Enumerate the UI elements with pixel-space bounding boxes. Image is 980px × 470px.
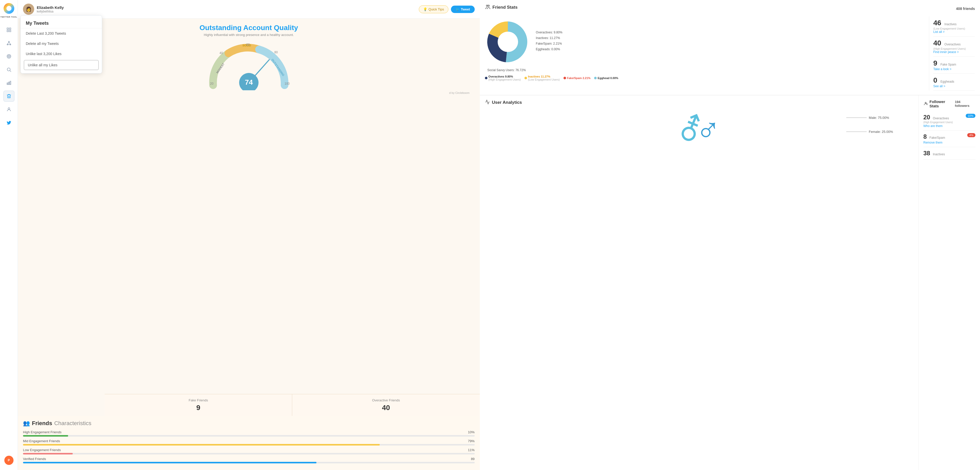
- pie-label-eggheads: Eggheads: 0.00%: [536, 48, 924, 51]
- app-logo[interactable]: [3, 3, 14, 14]
- svg-point-12: [9, 56, 9, 57]
- stat-overactives: 40 Overactives (High Engagement Users) F…: [933, 37, 975, 57]
- panels-container: 👩 Elizabeth Kelly kellybethlisa 💡 Quick …: [18, 0, 980, 470]
- who-are-them-link[interactable]: Who are them: [923, 124, 953, 128]
- delete-last-3200-item[interactable]: Delete Last 3,200 Tweets: [21, 28, 102, 38]
- friend-stats-title: Friend Stats: [493, 5, 517, 10]
- legend-inactives: Inactives 11.27% (Low Engagement Users): [525, 75, 560, 81]
- overactive-friends-card: Overactive Friends 40: [292, 394, 479, 416]
- overactive-friends-label: Overactive Friends: [296, 399, 476, 402]
- unlike-all-likes-item[interactable]: Unlike all my Likes: [24, 60, 99, 70]
- svg-text:100: 100: [285, 82, 290, 86]
- female-symbol: ⚦: [678, 114, 703, 145]
- unlike-last-3200-item[interactable]: Unlike last 3,200 Likes: [21, 49, 102, 59]
- see-all-link[interactable]: See all >: [933, 84, 975, 88]
- svg-rect-15: [7, 83, 8, 85]
- lightbulb-icon: 💡: [423, 7, 427, 11]
- list-all-link[interactable]: List all >: [933, 30, 975, 34]
- sidebar-icon-trash[interactable]: [3, 91, 14, 102]
- twitter-icon-btn: 🐦: [455, 7, 460, 11]
- sidebar-icon-target[interactable]: [3, 51, 14, 62]
- friend-stats-total: 408 friends: [956, 6, 975, 11]
- friend-stats-section: Friend Stats 408 friends: [480, 0, 980, 95]
- my-tweets-title: My Tweets: [21, 17, 102, 28]
- male-percent-label: Male: 75.00% Female: 25.00%: [846, 116, 893, 133]
- sidebar-icon-barchart[interactable]: [3, 77, 14, 89]
- sidebar-icon-person[interactable]: [3, 104, 14, 115]
- svg-point-32: [498, 32, 518, 52]
- my-tweets-dropdown: My Tweets Delete Last 3,200 Tweets Delet…: [21, 15, 102, 73]
- svg-line-14: [10, 71, 11, 72]
- legend-fakespam: Fake/Spam 2.21%: [563, 75, 590, 81]
- stat-inactives: 46 Inactives (Low Engagement Users) List…: [933, 16, 975, 37]
- user-analytics-title: User Analytics: [492, 100, 522, 105]
- svg-text:60: 60: [246, 43, 250, 46]
- left-panel: 👩 Elizabeth Kelly kellybethlisa 💡 Quick …: [18, 0, 480, 470]
- gauge-svg: MODEST SOLID OUTSTANDING 20 40 60 80 100: [203, 39, 295, 90]
- main-content: 👩 Elizabeth Kelly kellybethlisa 💡 Quick …: [18, 0, 980, 470]
- social-savvy-label: Social Savvy Users: 76.72%: [487, 68, 924, 72]
- header-buttons: 💡 Quick Tips 🐦 Tweet: [419, 5, 475, 13]
- right-panel: Friend Stats 408 friends: [480, 0, 980, 470]
- svg-rect-2: [7, 30, 8, 32]
- svg-point-30: [486, 5, 488, 6]
- pie-label-inactives: Inactives: 11.27%: [536, 36, 924, 40]
- friends-characteristics-section: 👥 Friends Characteristics High Engagemen…: [18, 416, 480, 470]
- quick-tips-button[interactable]: 💡 Quick Tips: [419, 5, 449, 13]
- tweet-button[interactable]: 🐦 Tweet: [451, 6, 475, 13]
- stat-fakespam: 9 Fake Spam Take a look >: [933, 57, 975, 74]
- profile-avatar: 👩: [23, 3, 34, 15]
- follower-stats-section: Follower Stats 194 followers 20 Overacti…: [919, 95, 980, 470]
- svg-point-31: [488, 5, 490, 6]
- sidebar-icon-grid[interactable]: [3, 24, 14, 35]
- friend-stat-high: High Engagement Friends 10%: [23, 430, 475, 437]
- svg-text:80: 80: [274, 51, 278, 54]
- fakespam-badge: 4%: [967, 133, 975, 137]
- overactive-friends-value: 40: [296, 404, 476, 412]
- follower-stat-overactives: 20 Overactives (High Engagement Users) W…: [923, 111, 975, 130]
- fake-friends-label: Fake Friends: [109, 399, 288, 402]
- gauge-chart: MODEST SOLID OUTSTANDING 20 40 60 80 100: [203, 39, 295, 90]
- stat-eggheads: 0 Eggheads See all >: [933, 74, 975, 91]
- svg-rect-0: [7, 28, 8, 30]
- sidebar-icon-twitter[interactable]: [3, 117, 14, 128]
- legend-egghead: Egghead 0.00%: [594, 75, 618, 81]
- friends-icon: 👥: [23, 420, 30, 427]
- sidebar-icon-network[interactable]: [3, 38, 14, 49]
- svg-text:40: 40: [220, 51, 223, 55]
- overactives-badge: 10%: [966, 114, 975, 118]
- friend-stat-low: Low Engagement Friends 11%: [23, 448, 475, 454]
- svg-point-4: [8, 41, 9, 42]
- take-a-look-link[interactable]: Take a look >: [933, 67, 975, 71]
- friend-stat-verified: Verified Friends 89: [23, 457, 475, 464]
- svg-rect-1: [9, 28, 11, 30]
- follower-stats-icon: [923, 101, 928, 106]
- remove-them-link[interactable]: Remove them: [923, 141, 945, 144]
- svg-point-18: [8, 108, 10, 110]
- svg-text:74: 74: [245, 78, 253, 86]
- svg-text:20: 20: [210, 82, 213, 86]
- follower-stat-fakespam: 8 Fake/Spam Remove them 4%: [923, 130, 975, 147]
- legend-overactives: Overactives 9.80% (High Engagement Users…: [485, 75, 521, 81]
- friend-stat-mid: Mid Engagement Friends 79%: [23, 439, 475, 446]
- sidebar-icon-search[interactable]: [3, 64, 14, 75]
- pie-label-fakespam: Fake/Spam: 2.21%: [536, 42, 924, 45]
- follower-stat-inactives: 38 Inactives: [923, 147, 975, 160]
- profile-handle: kellybethlisa: [37, 10, 64, 13]
- friend-stats-header: Friend Stats: [485, 4, 517, 11]
- svg-rect-16: [8, 82, 9, 85]
- svg-line-7: [7, 42, 9, 44]
- svg-rect-3: [9, 30, 11, 32]
- find-inner-peace-link[interactable]: Find inner peace >: [933, 50, 975, 54]
- svg-line-8: [9, 42, 11, 44]
- svg-point-13: [7, 68, 10, 71]
- delete-all-tweets-item[interactable]: Delete all my Tweets: [21, 38, 102, 49]
- fake-friends-card: Fake Friends 9: [105, 394, 292, 416]
- analytics-icon: [485, 100, 490, 106]
- friend-stats-pie: [485, 19, 531, 65]
- user-avatar-sidebar[interactable]: P: [4, 456, 14, 465]
- profile-name: Elizabeth Kelly: [37, 5, 64, 10]
- pie-label-overactives: Overactives: 9.80%: [536, 30, 924, 34]
- bottom-row: User Analytics ⚦ ♂ Male: 75.00%: [480, 95, 980, 470]
- svg-rect-17: [10, 81, 11, 84]
